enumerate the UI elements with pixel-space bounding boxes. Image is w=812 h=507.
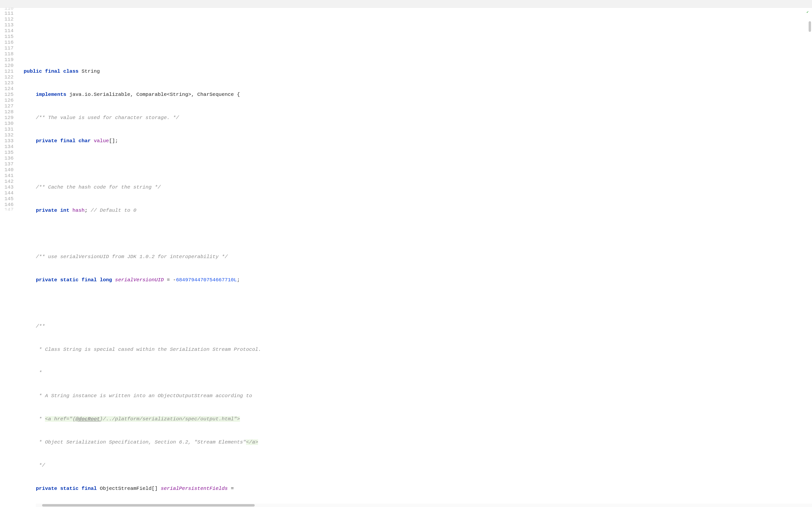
line-number: 114 (0, 28, 13, 34)
line-number: 144 (0, 190, 13, 196)
line-number: 112 (0, 16, 13, 22)
code-text: = - (164, 277, 176, 283)
javadoc-comment: /** use serialVersionUID from JDK 1.0.2 … (36, 254, 227, 260)
javadoc-comment: */ (36, 463, 45, 468)
code-line: * (18, 370, 812, 376)
line-number: 111 (0, 11, 13, 16)
field-name: serialVersionUID (115, 277, 164, 283)
line-number: 126 (0, 98, 13, 103)
line-number: 129 (0, 115, 13, 121)
code-line: * Object Serialization Specification, Se… (18, 439, 812, 445)
code-text: = (227, 486, 234, 491)
field-name: serialPersistentFields (161, 486, 227, 491)
javadoc-comment: /** Cache the hash code for the string *… (36, 184, 161, 190)
horizontal-scrollbar-track[interactable] (36, 504, 812, 507)
code-text: java.io.Serializable, Comparable<String>… (69, 92, 240, 97)
code-line: private int hash; // Default to 0 (18, 208, 812, 213)
line-number: 135 (0, 150, 13, 156)
javadoc-comment: * (36, 416, 45, 422)
keyword: private static final long (36, 277, 115, 283)
class-name: String (82, 68, 100, 74)
line-number: 143 (0, 184, 13, 190)
field-name: hash (72, 208, 85, 213)
code-line: /** Cache the hash code for the string *… (18, 184, 812, 190)
code-line: implements java.io.Serializable, Compara… (18, 92, 812, 98)
vertical-scrollbar-thumb[interactable] (809, 21, 811, 32)
code-text: ObjectStreamField[] (100, 486, 161, 491)
line-number: 124 (0, 86, 13, 92)
code-text: ; (237, 277, 240, 283)
field-name: value (94, 138, 109, 144)
keyword: private final char (36, 138, 94, 144)
javadoc-comment: * A String instance is written into an O… (36, 393, 252, 399)
javadoc-html-tag: }/../platform/serialization/spec/output.… (100, 416, 240, 422)
line-number: 120 (0, 63, 13, 68)
code-line: private static final ObjectStreamField[]… (18, 486, 812, 492)
javadoc-comment: /** (36, 324, 45, 329)
code-line: */ (18, 463, 812, 468)
line-number: 141 (0, 173, 13, 179)
number-literal: 6849794470754667710L (176, 277, 237, 283)
javadoc-html-tag: </a> (246, 439, 258, 445)
line-number: 123 (0, 80, 13, 86)
line-number: 118 (0, 51, 13, 57)
line-comment: // Default to 0 (91, 208, 136, 213)
javadoc-comment: * Object Serialization Specification, Se… (36, 439, 246, 445)
inspection-ok-icon[interactable]: ✔ (807, 9, 809, 15)
keyword: implements (36, 92, 69, 97)
line-number: 122 (0, 74, 13, 80)
line-number: 137 (0, 161, 13, 167)
code-line: * Class String is special cased within t… (18, 347, 812, 352)
line-number: 121 (0, 68, 13, 74)
line-number: 133 (0, 138, 13, 144)
code-editor[interactable]: 110 111112113114115116117118119120121122… (0, 8, 812, 507)
code-area[interactable]: ✔ public final class String implements j… (18, 8, 812, 507)
code-line: public final class String (18, 68, 812, 74)
line-number: 116 (0, 40, 13, 45)
line-number: 127 (0, 103, 13, 109)
code-line: /** (18, 324, 812, 329)
code-line (18, 161, 812, 167)
line-number: 134 (0, 144, 13, 150)
javadoc-comment: * Class String is special cased within t… (36, 347, 261, 352)
horizontal-scrollbar-thumb[interactable] (42, 504, 255, 507)
code-line (18, 231, 812, 237)
line-number: 115 (0, 34, 13, 40)
line-number: 147 (0, 208, 13, 211)
keyword: private int (36, 208, 72, 213)
line-number: 130 (0, 121, 13, 126)
line-number: 145 (0, 196, 13, 202)
code-line: /** The value is used for character stor… (18, 115, 812, 121)
keyword: private static final (36, 486, 100, 491)
line-number: 142 (0, 179, 13, 184)
line-number: 110 (0, 8, 13, 11)
line-number: 117 (0, 45, 13, 51)
line-number: 140 (0, 167, 13, 173)
code-text: ; (85, 208, 91, 213)
code-text: []; (109, 138, 118, 144)
line-number-gutter: 110 111112113114115116117118119120121122… (0, 8, 18, 507)
line-number: 136 (0, 156, 13, 161)
line-number: 113 (0, 22, 13, 28)
javadoc-tag: @docRoot (75, 416, 100, 422)
javadoc-comment: /** The value is used for character stor… (36, 115, 179, 120)
line-number: 128 (0, 109, 13, 115)
code-line: /** use serialVersionUID from JDK 1.0.2 … (18, 254, 812, 260)
editor-toolbar-strip (0, 0, 812, 8)
code-line: * <a href="{@docRoot}/../platform/serial… (18, 416, 812, 422)
line-number: 132 (0, 132, 13, 138)
line-number: 146 (0, 202, 13, 208)
code-line: * A String instance is written into an O… (18, 393, 812, 399)
code-line (18, 300, 812, 306)
line-number: 125 (0, 92, 13, 98)
line-number: 119 (0, 57, 13, 63)
javadoc-html-tag: <a href="{ (45, 416, 75, 422)
code-line: private final char value[]; (18, 138, 812, 144)
code-line: private static final long serialVersionU… (18, 277, 812, 283)
javadoc-comment: * (36, 370, 42, 376)
line-number: 131 (0, 126, 13, 132)
keyword: public final class (24, 68, 82, 74)
